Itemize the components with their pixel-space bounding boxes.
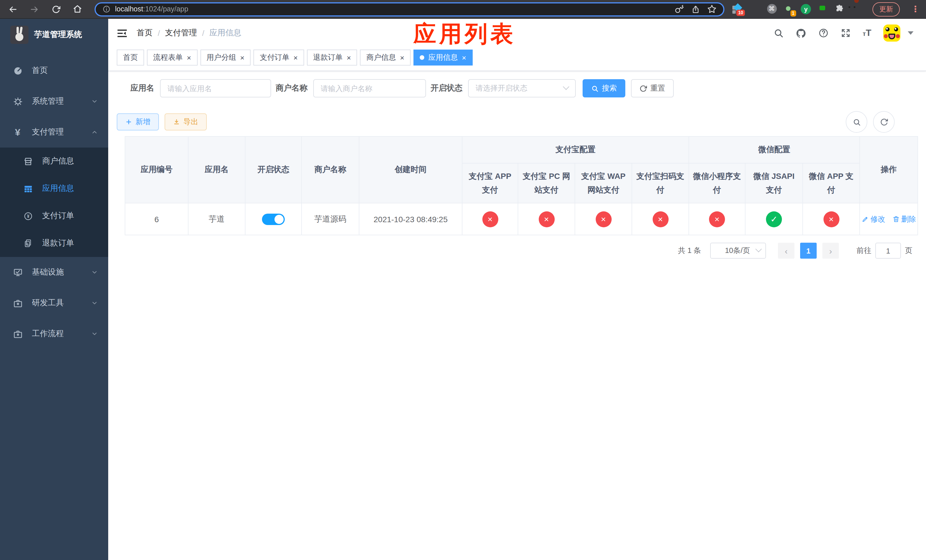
- status-badge-wx-app: ×: [823, 211, 839, 227]
- status-select[interactable]: 请选择开启状态: [468, 79, 576, 97]
- cell-create-time: 2021-10-23 08:49:25: [359, 203, 462, 235]
- cell-app-name: 芋道: [188, 203, 245, 235]
- tab-pay-order[interactable]: 支付订单×: [253, 50, 304, 65]
- share-icon[interactable]: [691, 5, 700, 14]
- tab-label: 用户分组: [206, 52, 236, 63]
- toggle-search-button[interactable]: [846, 111, 867, 133]
- help-icon[interactable]: [819, 28, 829, 38]
- site-info-icon[interactable]: [103, 5, 110, 13]
- extension-command-icon[interactable]: ⌘: [767, 4, 777, 14]
- delete-link[interactable]: 删除: [892, 214, 916, 224]
- browser-menu-icon[interactable]: ⋮: [911, 4, 920, 14]
- tab-app-info[interactable]: 应用信息×: [413, 50, 472, 65]
- breadcrumb-home[interactable]: 首页: [137, 28, 153, 38]
- pagination: 共 1 条 10条/页 ‹ 1 › 前往 页: [117, 243, 912, 259]
- extension-chat-icon[interactable]: [818, 4, 828, 14]
- close-icon[interactable]: ×: [400, 54, 404, 61]
- extension-diamond-icon[interactable]: 10: [732, 4, 743, 14]
- col-alipay-qr: 支付宝扫码支付: [632, 163, 689, 203]
- status-badge-alipay-qr: ×: [652, 211, 668, 227]
- status-badge-alipay-app: ×: [482, 211, 498, 227]
- col-alipay-pc: 支付宝 PC 网站支付: [518, 163, 575, 203]
- tab-refund-order[interactable]: 退款订单×: [307, 50, 357, 65]
- status-toggle[interactable]: [262, 213, 285, 225]
- github-icon[interactable]: [796, 28, 806, 38]
- close-icon[interactable]: ×: [293, 54, 298, 61]
- add-button[interactable]: 新增: [117, 114, 159, 130]
- browser-update-button[interactable]: 更新: [873, 2, 900, 16]
- browser-back-icon[interactable]: [6, 2, 20, 16]
- url-bar[interactable]: localhost:1024/pay/app: [95, 2, 725, 16]
- browser-reload-icon[interactable]: [49, 2, 63, 16]
- chevron-down-icon: [91, 98, 98, 105]
- sidebar-item-app-info[interactable]: 应用信息: [0, 175, 108, 202]
- extension-recorder-icon[interactable]: 1: [784, 4, 794, 14]
- tab-home[interactable]: 首页×: [117, 50, 144, 65]
- col-status: 开启状态: [245, 136, 301, 203]
- edit-link[interactable]: 修改: [861, 214, 885, 224]
- close-icon[interactable]: ×: [347, 54, 351, 61]
- export-button[interactable]: 导出: [165, 114, 207, 130]
- yen-icon: ¥: [11, 127, 24, 137]
- sidebar-item-label: 商户信息: [42, 156, 74, 166]
- close-icon[interactable]: ×: [187, 54, 191, 61]
- page-size-select[interactable]: 10条/页: [710, 243, 766, 259]
- status-badge-wx-jsapi: ✓: [766, 211, 782, 227]
- col-app-name: 应用名: [188, 136, 245, 203]
- reset-button[interactable]: 重置: [631, 79, 674, 97]
- sidebar-item-dev-tools[interactable]: 研发工具: [0, 288, 108, 318]
- app-name-input[interactable]: [160, 79, 271, 97]
- tab-user-group[interactable]: 用户分组×: [200, 50, 251, 65]
- tab-merchant-info[interactable]: 商户信息×: [360, 50, 411, 65]
- extension-yudao-icon[interactable]: y: [801, 4, 811, 14]
- font-size-icon[interactable]: тT: [863, 29, 872, 38]
- sidebar-item-infra[interactable]: 基础设施: [0, 257, 108, 288]
- tab-process-form[interactable]: 流程表单×: [147, 50, 197, 65]
- briefcase-icon: [11, 298, 24, 308]
- close-icon[interactable]: ×: [462, 54, 466, 61]
- merchant-name-input[interactable]: [313, 79, 426, 97]
- sidebar-item-payment[interactable]: ¥ 支付管理: [0, 117, 108, 148]
- active-dot: [420, 55, 424, 60]
- browser-forward-icon[interactable]: [27, 2, 41, 16]
- sidebar-fold-icon[interactable]: [117, 28, 127, 38]
- sidebar-item-merchant[interactable]: 商户信息: [0, 148, 108, 175]
- saved-password-key-icon[interactable]: [675, 5, 684, 14]
- sidebar-item-home[interactable]: 首页: [0, 55, 108, 86]
- close-icon[interactable]: ×: [240, 54, 244, 61]
- search-icon[interactable]: [773, 28, 784, 38]
- sidebar-item-system[interactable]: 系统管理: [0, 86, 108, 117]
- chevron-down-icon[interactable]: [908, 31, 914, 35]
- goto-page-input[interactable]: [875, 243, 901, 259]
- tab-label: 首页: [123, 52, 138, 63]
- extension-badge: 1: [790, 10, 796, 17]
- fullscreen-icon[interactable]: [841, 28, 851, 38]
- avatar[interactable]: [883, 24, 900, 42]
- next-page-button[interactable]: ›: [822, 243, 839, 259]
- prev-page-button[interactable]: ‹: [778, 243, 794, 259]
- browser-home-icon[interactable]: [71, 2, 84, 16]
- sidebar-item-label: 工作流程: [32, 329, 64, 339]
- chevron-down-icon: [91, 300, 98, 306]
- extension-emoji-icon[interactable]: [852, 4, 862, 14]
- col-wx-jsapi: 微信 JSAPI 支付: [745, 163, 803, 203]
- bookmark-star-icon[interactable]: [707, 5, 716, 14]
- url-host: localhost: [115, 5, 143, 13]
- search-button[interactable]: 搜索: [583, 79, 625, 97]
- extension-balloon-icon[interactable]: [749, 4, 760, 14]
- table-row: 6 芋道 芋道源码 2021-10-23 08:49:25 × × × × ×: [125, 203, 918, 235]
- sidebar-item-label: 支付管理: [32, 127, 64, 137]
- edit-link-label: 修改: [870, 214, 885, 224]
- page-number-current[interactable]: 1: [800, 243, 817, 259]
- cell-merchant: 芋道源码: [301, 203, 359, 235]
- extensions-puzzle-icon[interactable]: [835, 4, 845, 14]
- breadcrumb-section[interactable]: 支付管理: [165, 28, 197, 38]
- sidebar: 芋道管理系统 首页 系统管理: [0, 19, 108, 560]
- status-badge-wx-lite: ×: [709, 211, 725, 227]
- sidebar-item-pay-order[interactable]: ¥ 支付订单: [0, 202, 108, 230]
- sidebar-item-workflow[interactable]: 工作流程: [0, 318, 108, 349]
- screen: localhost:1024/pay/app 10 ⌘: [0, 0, 926, 560]
- refresh-table-button[interactable]: [873, 111, 895, 133]
- sidebar-item-refund-order[interactable]: 退款订单: [0, 230, 108, 257]
- col-group-wechat: 微信配置: [689, 136, 859, 163]
